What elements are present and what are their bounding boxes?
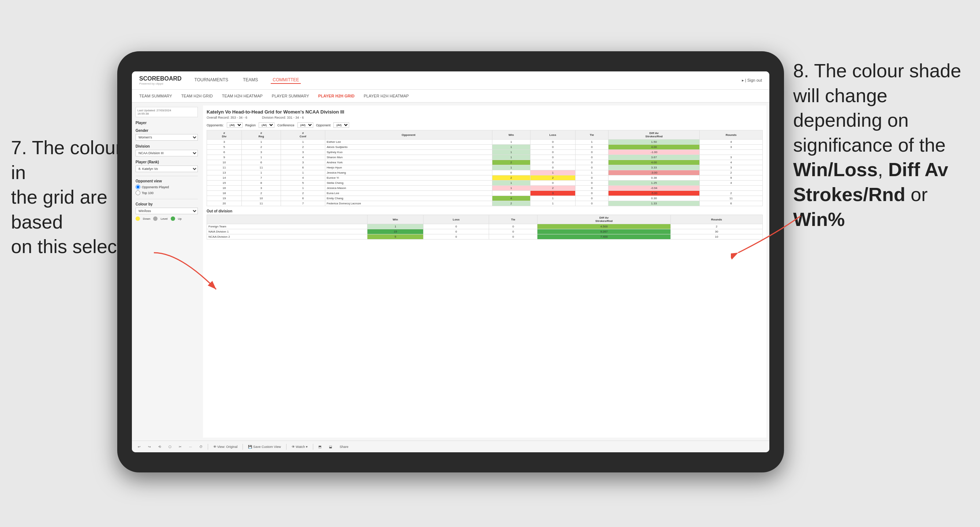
toolbar-icon2[interactable]: ⬓: [327, 444, 334, 449]
cell-tie: 0: [575, 186, 609, 191]
toolbar-divider-1: [208, 444, 208, 450]
cell-opponent: Sydney Kuo: [325, 150, 492, 155]
tablet-screen: SCOREBOARD Powered by clippd TOURNAMENTS…: [132, 71, 769, 452]
out-cell-win: 1: [368, 224, 423, 229]
gender-label: Gender: [135, 129, 198, 133]
cell-win: 2: [492, 175, 530, 181]
subnav-player-h2h-grid[interactable]: PLAYER H2H GRID: [318, 94, 355, 98]
opponent-played-input[interactable]: [135, 184, 140, 189]
toolbar-cut[interactable]: ✂: [177, 444, 184, 449]
out-cell-opponent: NAIA Division 1: [207, 229, 368, 234]
sidebar-player-rank-section: Player (Rank) 8. Katelyn Vo: [135, 160, 198, 172]
toolbar-share[interactable]: Share: [337, 444, 351, 449]
sidebar-division-section: Division NCAA Division III: [135, 144, 198, 156]
cell-win: 0: [492, 191, 530, 196]
cell-div: 5: [207, 144, 242, 150]
cell-reg: 3: [242, 150, 281, 155]
toolbar-redo2[interactable]: ⟲: [156, 444, 163, 449]
toolbar-grid[interactable]: ⬡: [166, 444, 173, 449]
cell-div: 6: [207, 150, 242, 155]
col-div: #Div: [207, 130, 242, 140]
col-loss: Loss: [530, 130, 576, 140]
out-cell-rounds: 30: [670, 229, 762, 234]
top-100-radio[interactable]: Top 100: [135, 190, 198, 195]
out-cell-diff: 9.267: [538, 229, 670, 234]
colour-by-label: Colour by: [135, 202, 198, 206]
subnav-team-h2h-grid[interactable]: TEAM H2H GRID: [181, 94, 213, 98]
table-row: 11 11 6 Heejo Hyun 1 0 0 3.33 3: [207, 165, 763, 170]
legend-level-dot: [153, 216, 158, 221]
cell-opponent: Esther Lee: [325, 140, 492, 144]
gender-select[interactable]: Women's: [135, 134, 198, 141]
subnav-player-summary[interactable]: PLAYER SUMMARY: [272, 94, 309, 98]
out-cell-tie: 0: [489, 234, 538, 240]
toolbar-undo[interactable]: ↩: [135, 444, 143, 449]
overall-record-label: Overall Record:: [207, 116, 230, 119]
main-grid-table: #Div #Reg #Conf Opponent Win Loss Tie Di…: [207, 130, 763, 206]
out-cell-loss: 0: [423, 234, 489, 240]
sidebar-player-section: Player: [135, 121, 198, 125]
division-record: Division Record: 331 - 34 - 6: [262, 116, 304, 119]
grid-title: Katelyn Vo Head-to-Head Grid for Women's…: [207, 109, 763, 114]
cell-win: 2: [492, 160, 530, 165]
top-100-input[interactable]: [135, 190, 140, 195]
sidebar: Last Updated: 27/03/2024 16:55:38 Player…: [132, 103, 202, 441]
cell-loss: 0: [530, 144, 576, 150]
toolbar-timer[interactable]: ⏱: [197, 444, 205, 449]
colour-by-select[interactable]: Win/loss: [135, 208, 198, 214]
subnav-team-h2h-heatmap[interactable]: TEAM H2H HEATMAP: [222, 94, 262, 98]
cell-loss: 0: [530, 160, 576, 165]
out-of-division-table: Win Loss Tie Diff AvStrokes/Rnd Rounds F…: [207, 214, 763, 240]
table-row: 6 3 3 Sydney Kuo 1 0 0 -1.00: [207, 150, 763, 155]
subnav-player-h2h-heatmap[interactable]: PLAYER H2H HEATMAP: [364, 94, 409, 98]
cell-tie: 0: [575, 160, 609, 165]
opponents-filter-select[interactable]: (All): [227, 122, 242, 128]
division-record-value: 331 - 34 - 6: [287, 116, 304, 119]
cell-opponent: Sharon Mun: [325, 155, 492, 160]
cell-loss: 0: [530, 150, 576, 155]
cell-conf: 2: [281, 144, 325, 150]
cell-diff: 4.00: [609, 160, 700, 165]
cell-div: 13: [207, 170, 242, 175]
region-filter-select[interactable]: (All): [259, 122, 274, 128]
col-tie: Tie: [575, 130, 609, 140]
player-rank-select[interactable]: 8. Katelyn Vo: [135, 165, 198, 172]
division-label: Division: [135, 144, 198, 148]
table-row: 20 11 7 Federica Domecq Lacroze 2 1 0 1.…: [207, 201, 763, 206]
nav-teams[interactable]: TEAMS: [241, 77, 260, 84]
conference-filter-select[interactable]: (All): [298, 122, 313, 128]
toolbar-icon1[interactable]: ⬒: [316, 444, 324, 449]
division-select[interactable]: NCAA Division III: [135, 150, 198, 156]
cell-diff: 0.38: [609, 175, 700, 181]
toolbar-more[interactable]: ···: [187, 444, 194, 449]
subnav-team-summary[interactable]: TEAM SUMMARY: [139, 94, 172, 98]
nav-right[interactable]: ▸ | Sign out: [742, 78, 762, 83]
opponent-played-label: Opponents Played: [142, 185, 169, 189]
cell-conf: 2: [281, 191, 325, 196]
toolbar-watch[interactable]: 👁 Watch ▾: [290, 444, 310, 449]
out-table-row: NAIA Division 1 15 0 0 9.267 30: [207, 229, 763, 234]
annotation-right-number: 8.: [793, 60, 814, 81]
legend-up-label: Up: [178, 217, 182, 221]
overall-record-value: 353 - 34 - 6: [231, 116, 247, 119]
toolbar-redo1[interactable]: ↪: [146, 444, 153, 449]
opponent-filter-label: Opponent: [316, 124, 331, 127]
annotation-left-line1: 7. The colours in: [11, 137, 132, 183]
toolbar-view-original[interactable]: 👁 View: Original: [211, 444, 240, 449]
nav-committee[interactable]: COMMITTEE: [271, 77, 301, 84]
cell-loss: 1: [530, 201, 576, 206]
cell-diff: 1.25: [609, 181, 700, 186]
cell-reg: 6: [242, 160, 281, 165]
cell-opponent: Euna Lee: [325, 191, 492, 196]
toolbar-save-custom-view[interactable]: 💾 Save Custom View: [246, 444, 283, 449]
opponent-filter-select[interactable]: (All): [333, 122, 349, 128]
opponent-played-radio[interactable]: Opponents Played: [135, 184, 198, 189]
nav-tournaments[interactable]: TOURNAMENTS: [193, 77, 230, 84]
cell-opponent: Alexis Sudjianto: [325, 144, 492, 150]
annotation-sep2: or: [905, 184, 928, 205]
col-win: Win: [492, 130, 530, 140]
cell-win: 1: [492, 140, 530, 144]
out-cell-win: 15: [368, 229, 423, 234]
annotation-right-text: The colour shade will change depending o…: [793, 60, 961, 156]
out-cell-tie: 0: [489, 224, 538, 229]
